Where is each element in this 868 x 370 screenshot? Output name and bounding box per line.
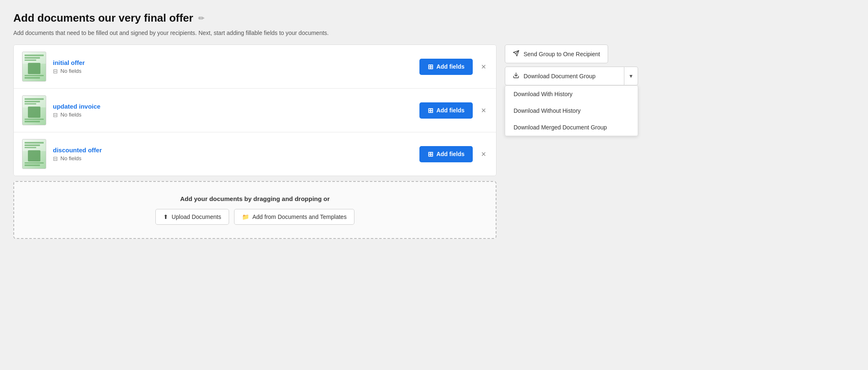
drop-zone-text: Add your documents by dragging and dropp… bbox=[22, 195, 487, 202]
doc-name: updated invoice bbox=[53, 103, 419, 110]
edit-icon[interactable]: ✏ bbox=[198, 14, 205, 23]
doc-thumbnail bbox=[22, 52, 46, 82]
doc-fields: ⊟ No fields bbox=[53, 155, 419, 162]
add-fields-button[interactable]: ⊞ Add fields bbox=[419, 146, 473, 162]
right-panel: Send Group to One Recipient Download Doc… bbox=[505, 45, 638, 136]
doc-actions: ⊞ Add fields × bbox=[419, 59, 488, 75]
doc-info: discounted offer ⊟ No fields bbox=[53, 147, 419, 162]
doc-info: updated invoice ⊟ No fields bbox=[53, 103, 419, 118]
page-subtitle: Add documents that need to be filled out… bbox=[13, 30, 855, 36]
folder-icon: 📁 bbox=[242, 214, 249, 220]
add-fields-button[interactable]: ⊞ Add fields bbox=[419, 59, 473, 75]
table-row: discounted offer ⊟ No fields ⊞ Add field… bbox=[14, 132, 496, 176]
add-fields-icon: ⊞ bbox=[428, 107, 433, 114]
download-merged-item[interactable]: Download Merged Document Group bbox=[505, 119, 638, 136]
download-with-history-item[interactable]: Download With History bbox=[505, 86, 638, 102]
upload-documents-button[interactable]: ⬆ Upload Documents bbox=[155, 209, 229, 225]
download-without-history-item[interactable]: Download Without History bbox=[505, 102, 638, 119]
doc-thumbnail bbox=[22, 139, 46, 169]
add-fields-icon: ⊞ bbox=[428, 150, 433, 158]
page-header: Add documents our very final offer ✏ bbox=[13, 12, 855, 25]
document-list: initial offer ⊟ No fields ⊞ Add fields × bbox=[13, 45, 496, 176]
page-title: Add documents our very final offer bbox=[13, 12, 193, 25]
add-from-templates-button[interactable]: 📁 Add from Documents and Templates bbox=[234, 209, 354, 225]
main-layout: initial offer ⊟ No fields ⊞ Add fields × bbox=[13, 45, 855, 239]
send-group-button[interactable]: Send Group to One Recipient bbox=[505, 45, 608, 63]
doc-actions: ⊞ Add fields × bbox=[419, 102, 488, 119]
remove-doc-button[interactable]: × bbox=[479, 61, 488, 72]
chevron-down-icon: ▼ bbox=[629, 73, 634, 79]
download-group-button[interactable]: Download Document Group bbox=[505, 67, 624, 85]
remove-doc-button[interactable]: × bbox=[479, 104, 488, 116]
download-button-row: Download Document Group ▼ bbox=[505, 67, 638, 85]
fields-icon: ⊟ bbox=[53, 68, 58, 74]
doc-fields: ⊟ No fields bbox=[53, 68, 419, 74]
download-dropdown-toggle[interactable]: ▼ bbox=[624, 67, 638, 85]
documents-panel: initial offer ⊟ No fields ⊞ Add fields × bbox=[13, 45, 496, 239]
upload-icon: ⬆ bbox=[163, 214, 168, 220]
table-row: updated invoice ⊟ No fields ⊞ Add fields… bbox=[14, 89, 496, 132]
download-dropdown-menu: Download With History Download Without H… bbox=[505, 85, 638, 136]
doc-name: initial offer bbox=[53, 59, 419, 66]
drop-zone: Add your documents by dragging and dropp… bbox=[13, 181, 496, 239]
doc-info: initial offer ⊟ No fields bbox=[53, 59, 419, 74]
add-fields-icon: ⊞ bbox=[428, 63, 433, 71]
table-row: initial offer ⊟ No fields ⊞ Add fields × bbox=[14, 45, 496, 89]
doc-actions: ⊞ Add fields × bbox=[419, 146, 488, 162]
download-icon bbox=[513, 72, 519, 80]
fields-icon: ⊟ bbox=[53, 112, 58, 118]
doc-thumbnail bbox=[22, 95, 46, 125]
drop-zone-buttons: ⬆ Upload Documents 📁 Add from Documents … bbox=[22, 209, 487, 225]
add-fields-button[interactable]: ⊞ Add fields bbox=[419, 102, 473, 119]
send-icon bbox=[513, 50, 519, 58]
remove-doc-button[interactable]: × bbox=[479, 148, 488, 160]
fields-icon: ⊟ bbox=[53, 155, 58, 162]
doc-fields: ⊟ No fields bbox=[53, 112, 419, 118]
doc-name: discounted offer bbox=[53, 147, 419, 154]
